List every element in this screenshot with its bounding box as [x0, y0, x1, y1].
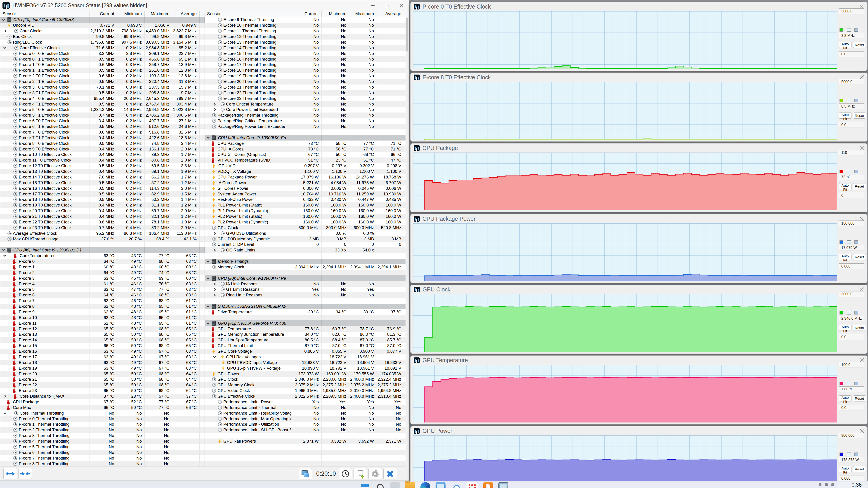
sensor-row[interactable]: E-core 22 T0 Effective Clock0.8 MHz0.3 M…	[0, 219, 205, 225]
sensor-row[interactable]: E-core 12 T0 Effective Clock0.5 MHz0.2 M…	[0, 163, 205, 169]
background-color-swatch[interactable]	[847, 382, 851, 385]
reset-button[interactable]: Reset	[853, 112, 866, 119]
sensor-row[interactable]: VDDQ TX Voltage1.100 V1.100 V1.100 V1.10…	[205, 169, 409, 174]
sensor-row[interactable]: E-core 1963 °C49 °C67 °C63 °C	[0, 365, 205, 371]
scale-max-input[interactable]: 5000.0	[839, 79, 864, 85]
sensor-row[interactable]: Performance Limit - Reliability VoltageN…	[205, 410, 409, 416]
series-color-swatch[interactable]	[839, 28, 843, 32]
sensor-row[interactable]: P-core 6 Thermal ThrottlingNoNoNo	[0, 450, 205, 455]
sensor-row[interactable]: CPU Package67 °C52 °C77 °C67 °C	[0, 399, 205, 405]
sensor-row[interactable]: E-core 1663 °C49 °C67 °C63 °C	[0, 349, 205, 354]
vertical-scrollbar[interactable]	[405, 17, 409, 467]
taskbar-icon-office[interactable]	[483, 482, 493, 488]
sensor-row[interactable]: CPU IA Cores73 °C58 °C77 °C71 °C	[205, 146, 409, 152]
group-row[interactable]: Memory Timings	[205, 259, 409, 264]
column-header-maximum[interactable]: Maximum	[145, 11, 172, 17]
background-color-swatch[interactable]	[847, 453, 851, 456]
sensor-row[interactable]: E-core 23 Thermal ThrottlingNoNoNo	[205, 96, 409, 101]
sensor-row[interactable]: E-core 11 T0 Effective Clock0.4 MHz0.2 M…	[0, 158, 205, 163]
sensor-row[interactable]: P-core 2 Thermal ThrottlingNoNoNo	[0, 427, 205, 433]
sensor-row[interactable]: E-core 16 Thermal ThrottlingNoNoNo	[205, 56, 409, 62]
sensor-row[interactable]: Uncore VID0.771 V0.698 V1.056 V0.949 V	[0, 23, 205, 28]
background-color-swatch[interactable]	[847, 99, 851, 102]
sensor-row[interactable]: IA Limit ReasonsNoNoNo	[205, 281, 409, 287]
sensor-row[interactable]: PL1 Power Limit (Dynamic)160.0 W160.0 W1…	[205, 208, 409, 214]
sensor-row[interactable]: E-core 862 °C48 °C65 °C61 °C	[0, 304, 205, 309]
sensor-row[interactable]: P-core 664 °C46 °C68 °C63 °C	[0, 292, 205, 298]
sensor-row[interactable]: P-core 3 T0 Effective Clock73.1 MHz0.3 M…	[0, 85, 205, 90]
group-row[interactable]: CPU [#0]: Intel Core i9-13900HX: Enhance…	[205, 135, 409, 140]
sensor-row[interactable]: Drive Temperature39 °C34 °C39 °C37 °C	[205, 309, 409, 315]
scale-max-input[interactable]: 300.000	[839, 433, 864, 438]
sensor-row[interactable]: Core Clocks2,319.3 MHz798.0 MHz4,489.0 M…	[0, 28, 205, 34]
column-header-average[interactable]: Average	[377, 11, 404, 17]
sensor-row[interactable]: E-core 14 T0 Effective Clock7.0 MHz0.2 M…	[0, 174, 205, 180]
sensor-row[interactable]: CPU Package73 °C58 °C77 °C71 °C	[205, 140, 409, 146]
group-row[interactable]: CPU [#0]: Intel Core i9-13900HX: DTS	[0, 248, 205, 253]
chevron-down-icon[interactable]	[207, 304, 210, 307]
sensor-row[interactable]: Performance Limit - UtilizationNoNoNoNo	[205, 422, 409, 427]
grid-color-swatch[interactable]	[855, 453, 858, 456]
sensor-row[interactable]: Performance Limit - Max Operating Voltag…	[205, 416, 409, 422]
sensor-row[interactable]: E-core 22 Thermal ThrottlingNoNoNo	[205, 90, 409, 96]
taskbar-icon-media[interactable]	[436, 482, 445, 488]
chevron-down-icon[interactable]	[207, 260, 210, 263]
sensor-row[interactable]: GPU D3D Memory Dynamic3 MB3 MB3 MB3 MB	[205, 236, 409, 242]
sensor-row[interactable]: P-core 160 °C43 °C66 °C60 °C	[0, 264, 205, 270]
sensor-row[interactable]: E-core 1062 °C48 °C65 °C61 °C	[0, 315, 205, 320]
series-color-swatch[interactable]	[839, 99, 843, 102]
sensor-row[interactable]: E-core 10 Thermal ThrottlingNoNoNo	[205, 23, 409, 28]
sensor-row[interactable]: P-core 6 T0 Effective Clock3.4 MHz0.2 MH…	[0, 118, 205, 124]
sensor-row[interactable]: PL1 Power Limit (Static)160.0 W160.0 W16…	[205, 202, 409, 208]
sensor-row[interactable]: Rest-of-Chip Power0.432 W0.430 W0.447 W0…	[205, 197, 409, 202]
sensor-row[interactable]: GPU Rail Powers2.371 W0.332 W3.692 W2.37…	[205, 438, 409, 444]
sensor-row[interactable]: E-core 17 Thermal ThrottlingNoNoNo	[205, 62, 409, 68]
sensor-row[interactable]: E-core 1863 °C49 °C67 °C63 °C	[0, 360, 205, 365]
sensor-row[interactable]: Memory Clock2,394.1 MHz2,394.1 MHz2,394.…	[205, 264, 409, 270]
sensor-row[interactable]: E-core 12 Thermal ThrottlingNoNoNo	[205, 34, 409, 39]
scale-min-input[interactable]: 0.0	[839, 405, 864, 411]
sensor-row[interactable]: E-core 1365 °C50 °C68 °C65 °C	[0, 332, 205, 337]
sensor-row[interactable]: GPU Effective Clock2,322.6 MHz2,289.5 MH…	[205, 394, 409, 399]
series-color-swatch[interactable]	[839, 311, 843, 315]
auto-fit-button[interactable]: Auto Fit	[839, 254, 852, 260]
background-color-swatch[interactable]	[847, 28, 851, 32]
series-color-swatch[interactable]	[839, 453, 843, 456]
sensor-row[interactable]: Performance Limit - PowerYesYesYesYes	[205, 399, 409, 405]
sensor-row[interactable]: E-core 11 Thermal ThrottlingNoNoNo	[205, 28, 409, 34]
graph-titlebar[interactable]: GPU Clock	[410, 285, 867, 294]
sensor-row[interactable]: Core Temperatures63 °C43 °C77 °C63 °C	[0, 253, 205, 259]
sensor-row[interactable]: P-core 264 °C49 °C74 °C63 °C	[0, 270, 205, 275]
sensor-row[interactable]: System Agent Power10.764 W10.716 W11.259…	[205, 191, 409, 197]
sensor-row[interactable]: E-core 962 °C48 °C65 °C61 °C	[0, 309, 205, 315]
sensor-row[interactable]: E-core 2165 °C50 °C68 °C64 °C	[0, 377, 205, 382]
sensor-row[interactable]: Max CPU/Thread Usage37.6 %20.7 %68.4 %42…	[0, 236, 205, 242]
sensor-row[interactable]: E-core 18 Thermal ThrottlingNoNoNo	[205, 68, 409, 73]
sensor-row[interactable]: P-core 5 Thermal ThrottlingNoNoNo	[0, 444, 205, 450]
sensor-row[interactable]: E-core 8 Thermal ThrottlingNoNoNo	[0, 461, 205, 466]
close-sensors-button[interactable]	[383, 468, 397, 480]
sensor-row[interactable]: P-core 064 °C49 °C68 °C63 °C	[0, 259, 205, 264]
expand-columns-button[interactable]	[3, 468, 17, 480]
chevron-right-icon[interactable]	[3, 30, 6, 33]
sensor-row[interactable]: E-core 10 T0 Effective Clock0.4 MHz0.2 M…	[0, 152, 205, 158]
sensor-row[interactable]: GPU Clock2,340.0 MHz2,280.0 MHz2,400.0 M…	[205, 377, 409, 382]
close-button[interactable]	[395, 0, 409, 11]
sensor-row[interactable]: P-core 363 °C45 °C69 °C60 °C	[0, 275, 205, 281]
chevron-down-icon[interactable]	[2, 18, 5, 21]
graph-titlebar[interactable]: P-core 0 T0 Effective Clock	[410, 2, 867, 11]
sensor-row[interactable]: P-core 0 T1 Effective Clock0.5 MHz0.2 MH…	[0, 56, 205, 62]
sensor-row[interactable]: P-core 3 Thermal ThrottlingNoNoNo	[0, 433, 205, 438]
group-row[interactable]: S.M.A.R.T.: KINGSTON OM8SEP41024Q-A0 (50…	[205, 304, 409, 309]
collapse-columns-button[interactable]	[18, 468, 32, 480]
sensor-row[interactable]: Average Effective Clock95.2 MHz86.8 MHz1…	[0, 230, 205, 236]
sensor-row[interactable]: P-core 563 °C47 °C77 °C63 °C	[0, 287, 205, 292]
scale-max-input[interactable]: 180.000	[839, 221, 864, 226]
column-header-average[interactable]: Average	[172, 11, 199, 17]
sensor-row[interactable]: GT Cores Power0.006 W0.005 W0.045 W0.006…	[205, 186, 409, 191]
chevron-right-icon[interactable]	[213, 232, 216, 235]
group-row[interactable]: CPU [#0]: Intel Core i9-13900HX: Perform…	[205, 275, 409, 281]
sensor-row[interactable]: CPU Package Power17.079 W16.106 W24.276 …	[205, 174, 409, 180]
sensor-row[interactable]: P-core 7 Thermal ThrottlingNoNoNo	[0, 455, 205, 461]
scale-min-input[interactable]: 0.000	[839, 476, 864, 481]
